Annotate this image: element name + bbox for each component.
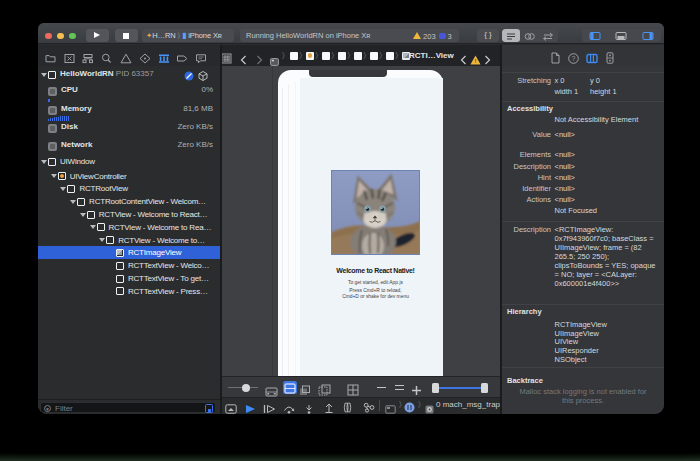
svg-text:?: ? xyxy=(571,55,575,62)
svg-text:!: ! xyxy=(475,58,477,64)
